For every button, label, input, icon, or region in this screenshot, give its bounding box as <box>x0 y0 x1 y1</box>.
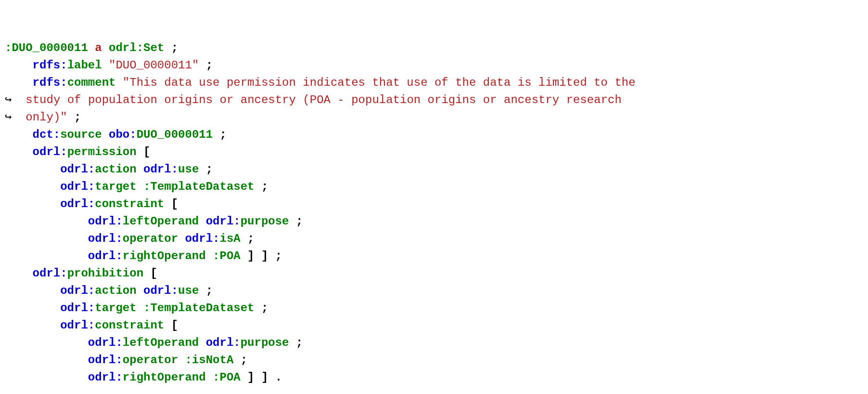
subject: :DUO_0000011 <box>5 41 88 54</box>
code-line: rdfs:comment "This data use permission i… <box>5 76 636 89</box>
prop-prefix: dct: <box>33 128 61 141</box>
prop-name: leftOperand <box>123 215 199 228</box>
bracket: [ <box>143 267 157 280</box>
string-literal: "This data use permission indicates that… <box>123 76 636 89</box>
code-line: odrl:prohibition [ <box>5 267 157 280</box>
semicolon: ; <box>289 336 303 349</box>
close-bracket: ] ] . <box>241 371 282 384</box>
obj-name: :TemplateDataset <box>143 180 254 193</box>
code-line: odrl:rightOperand :POA ] ] ; <box>5 250 282 263</box>
prop-prefix: odrl: <box>88 336 123 349</box>
prop-name: constraint <box>95 197 164 210</box>
code-block: :DUO_0000011 a odrl:Set ; rdfs:label "DU… <box>5 39 863 386</box>
prop-prefix: odrl: <box>88 215 123 228</box>
close-bracket: ] ] ; <box>241 250 282 263</box>
prop-prefix: odrl: <box>88 232 123 245</box>
string-literal: "DUO_0000011" <box>109 59 199 72</box>
code-line: dct:source obo:DUO_0000011 ; <box>5 128 227 141</box>
obj-prefix: odrl: <box>206 336 241 349</box>
code-line: odrl:target :TemplateDataset ; <box>5 302 268 315</box>
prop-prefix: odrl: <box>88 354 123 367</box>
prop-name: comment <box>67 76 116 89</box>
code-line: odrl:rightOperand :POA ] ] . <box>5 371 282 384</box>
prop-name: constraint <box>95 319 164 332</box>
string-literal: only)" <box>26 111 67 124</box>
prop-prefix: odrl: <box>60 302 95 315</box>
wrap-arrow-icon: ↪ <box>5 111 26 124</box>
obj-prefix: obo: <box>109 128 137 141</box>
bracket: [ <box>137 145 151 158</box>
prop-name: operator <box>123 354 178 367</box>
prop-name: target <box>95 302 136 315</box>
obj-name: purpose <box>241 336 289 349</box>
wrap-arrow-icon: ↪ <box>5 93 26 106</box>
code-line: ↪ only)" ; <box>5 111 81 124</box>
semicolon: ; <box>199 163 213 176</box>
prop-prefix: odrl: <box>60 319 95 332</box>
prop-name: permission <box>67 145 137 158</box>
prop-prefix: odrl: <box>60 284 95 297</box>
code-line: odrl:action odrl:use ; <box>5 284 213 297</box>
prop-prefix: rdfs: <box>33 76 67 89</box>
class-name: odrl:Set <box>109 41 164 54</box>
obj-name: isA <box>219 232 240 245</box>
prop-name: leftOperand <box>123 336 199 349</box>
obj-name: :isNotA <box>185 354 233 367</box>
code-line: odrl:leftOperand odrl:purpose ; <box>5 336 303 349</box>
obj-prefix: odrl: <box>185 232 219 245</box>
prop-name: source <box>60 128 102 141</box>
semicolon: ; <box>255 180 268 193</box>
semicolon: ; <box>241 232 255 245</box>
obj-name: use <box>178 163 199 176</box>
code-line: odrl:action odrl:use ; <box>5 163 213 176</box>
semicolon: ; <box>233 354 247 367</box>
obj-prefix: odrl: <box>143 284 178 297</box>
prop-name: prohibition <box>67 267 143 280</box>
code-line: odrl:operator odrl:isA ; <box>5 232 255 245</box>
obj-prefix: odrl: <box>206 215 241 228</box>
prop-prefix: rdfs: <box>33 59 67 72</box>
code-line: :DUO_0000011 a odrl:Set ; <box>5 41 178 54</box>
obj-prefix: odrl: <box>143 163 178 176</box>
semicolon: ; <box>164 41 178 54</box>
code-line: odrl:operator :isNotA ; <box>5 354 247 367</box>
keyword-a: a <box>95 41 102 54</box>
obj-name: :POA <box>213 250 241 263</box>
prop-prefix: odrl: <box>60 197 95 210</box>
semicolon: ; <box>199 59 213 72</box>
code-line: odrl:constraint [ <box>5 197 178 210</box>
code-line: odrl:leftOperand odrl:purpose ; <box>5 215 303 228</box>
prop-prefix: odrl: <box>88 371 123 384</box>
string-literal: study of population origins or ancestry … <box>26 93 622 106</box>
prop-name: operator <box>123 232 178 245</box>
bracket: [ <box>164 197 178 210</box>
bracket: [ <box>164 319 178 332</box>
obj-name: :TemplateDataset <box>143 302 254 315</box>
prop-name: rightOperand <box>123 371 206 384</box>
prop-name: action <box>95 163 136 176</box>
code-line: odrl:target :TemplateDataset ; <box>5 180 268 193</box>
obj-name: :POA <box>213 371 241 384</box>
prop-name: label <box>67 59 102 72</box>
obj-name: use <box>178 284 199 297</box>
semicolon: ; <box>199 284 213 297</box>
prop-name: rightOperand <box>123 250 206 263</box>
semicolon: ; <box>213 128 227 141</box>
obj-name: purpose <box>241 215 289 228</box>
semicolon: ; <box>255 302 268 315</box>
prop-name: target <box>95 180 136 193</box>
prop-name: action <box>95 284 136 297</box>
code-line: odrl:constraint [ <box>5 319 178 332</box>
prop-prefix: odrl: <box>33 145 67 158</box>
code-line: rdfs:label "DUO_0000011" ; <box>5 59 213 72</box>
prop-prefix: odrl: <box>60 163 95 176</box>
obj-name: DUO_0000011 <box>137 128 213 141</box>
semicolon: ; <box>67 111 81 124</box>
prop-prefix: odrl: <box>88 250 123 263</box>
prop-prefix: odrl: <box>60 180 95 193</box>
code-line: ↪ study of population origins or ancestr… <box>5 93 622 106</box>
code-line: odrl:permission [ <box>5 145 150 158</box>
prop-prefix: odrl: <box>33 267 67 280</box>
semicolon: ; <box>289 215 303 228</box>
